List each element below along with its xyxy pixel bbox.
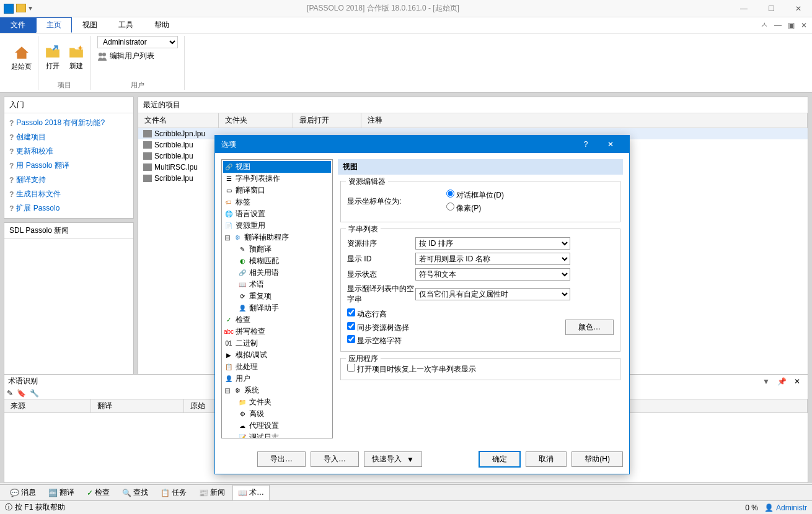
- intro-link[interactable]: ?Passolo 2018 有何新功能?: [7, 116, 131, 130]
- ok-button[interactable]: 确定: [479, 451, 521, 468]
- dynamic-row-checkbox[interactable]: 动态行高: [347, 310, 387, 318]
- dialog-close-button[interactable]: ✕: [598, 136, 623, 153]
- tree-trans-window[interactable]: ▭翻译窗口: [223, 185, 331, 196]
- tree-debug-log[interactable]: 📝调试日志: [223, 432, 331, 438]
- tree-related[interactable]: 🔗相关用语: [223, 267, 331, 279]
- term-col-source[interactable]: 来源: [4, 399, 91, 412]
- help-button[interactable]: 帮助(H): [571, 451, 623, 467]
- open-icon[interactable]: [16, 4, 26, 12]
- tree-trans-assist[interactable]: ⊟⚙翻译辅助程序: [223, 232, 331, 243]
- tree-trans-helper[interactable]: 👤翻译助手: [223, 302, 331, 314]
- intro-link[interactable]: ?扩展 Passolo: [7, 201, 131, 216]
- tree-system[interactable]: ⊟⚙系统: [223, 385, 331, 396]
- tree-fuzzy[interactable]: ◐模糊匹配: [223, 255, 331, 267]
- quick-import-button[interactable]: 快速导入▼: [364, 451, 422, 467]
- term-col-translation[interactable]: 翻译: [91, 399, 184, 412]
- radio-pixel[interactable]: 像素(P): [446, 203, 504, 214]
- intro-link[interactable]: ?更新和校准: [7, 144, 131, 159]
- menu-home[interactable]: 主页: [36, 17, 72, 33]
- intro-link[interactable]: ?创建项目: [7, 130, 131, 144]
- file-icon: [143, 152, 152, 160]
- close-panel-icon[interactable]: ✕: [794, 377, 800, 386]
- question-icon: ?: [9, 204, 14, 213]
- dropdown-icon[interactable]: ▾: [29, 4, 32, 14]
- close-doc-icon[interactable]: ✕: [801, 21, 807, 30]
- cancel-button[interactable]: 取消: [526, 451, 567, 467]
- close-button[interactable]: ✕: [785, 0, 812, 17]
- collapse-ribbon-icon[interactable]: ㅅ: [761, 20, 768, 30]
- new-button[interactable]: 新建: [68, 44, 84, 71]
- menu-help[interactable]: 帮助: [144, 17, 180, 33]
- dash-icon[interactable]: —: [774, 21, 782, 30]
- sync-tree-checkbox[interactable]: 同步资源树选择: [347, 322, 409, 333]
- restore-on-open-checkbox[interactable]: 打开项目时恢复上一次字串列表显示: [347, 365, 476, 373]
- tree-resource-reuse[interactable]: 📄资源重用: [223, 220, 331, 232]
- tree-spell[interactable]: abc拼写检查: [223, 326, 331, 338]
- col-filename[interactable]: 文件名: [138, 113, 219, 128]
- tab-tasks[interactable]: 📋任务: [156, 486, 192, 500]
- edit-user-list-button[interactable]: 编辑用户列表: [97, 51, 178, 61]
- dialog-title: 选项: [221, 139, 236, 150]
- resource-editor-legend: 资源编辑器: [346, 176, 388, 187]
- tab-translate[interactable]: 🔤翻译: [43, 486, 79, 500]
- show-state-select[interactable]: 符号和文本: [415, 268, 570, 281]
- tree-batch[interactable]: 📋批处理: [223, 361, 331, 373]
- folder-new-icon: [68, 44, 84, 60]
- sort-select[interactable]: 按 ID 排序: [415, 237, 570, 250]
- color-button[interactable]: 颜色…: [565, 320, 614, 335]
- tab-check[interactable]: ✓检查: [82, 486, 115, 500]
- app-legend: 应用程序: [346, 354, 381, 364]
- show-space-checkbox[interactable]: 显示空格字符: [347, 336, 402, 345]
- tree-proxy[interactable]: ☁代理设置: [223, 420, 331, 432]
- tree-user[interactable]: 👤用户: [223, 373, 331, 385]
- show-id-select[interactable]: 若可用则显示 ID 名称: [415, 253, 570, 265]
- import-button[interactable]: 导入…: [311, 451, 359, 467]
- tab-news[interactable]: 📰新闻: [194, 486, 230, 500]
- intro-link[interactable]: ?翻译支持: [7, 173, 131, 187]
- tree-check[interactable]: ✓检查: [223, 314, 331, 326]
- tab-find[interactable]: 🔍查找: [117, 486, 153, 500]
- pin-icon[interactable]: 📌: [777, 377, 787, 386]
- user-select[interactable]: Administrator: [97, 36, 178, 48]
- content-header: 视图: [338, 159, 623, 175]
- col-note[interactable]: 注释: [361, 113, 808, 128]
- show-empty-select[interactable]: 仅当它们具有自定义属性时: [415, 288, 570, 300]
- options-tree[interactable]: 🔗视图 ☰字串列表操作 ▭翻译窗口 🏷标签 🌐语言设置 📄资源重用 ⊟⚙翻译辅助…: [221, 159, 333, 438]
- tree-lang[interactable]: 🌐语言设置: [223, 208, 331, 220]
- tab-term[interactable]: 📖术…: [232, 485, 270, 500]
- wrench-icon[interactable]: 🔧: [30, 389, 39, 398]
- tab-messages[interactable]: 💬消息: [5, 486, 41, 500]
- tree-pretranslate[interactable]: ✎预翻译: [223, 243, 331, 255]
- help-icon: ⓘ: [5, 502, 12, 513]
- tree-advanced[interactable]: ⚙高级: [223, 408, 331, 420]
- col-folder[interactable]: 文件夹: [219, 113, 293, 128]
- open-button[interactable]: 打开: [45, 44, 61, 71]
- radio-dialog-unit[interactable]: 对话框单位(D): [446, 189, 504, 201]
- news-header: SDL Passolo 新闻: [4, 223, 133, 239]
- col-lastopen[interactable]: 最后打开: [293, 113, 361, 128]
- tag-icon[interactable]: 🔖: [17, 389, 26, 398]
- menu-tools[interactable]: 工具: [108, 17, 144, 33]
- tree-binary[interactable]: 01二进制: [223, 338, 331, 349]
- coord-unit-label: 显示坐标单位为:: [347, 196, 446, 207]
- pencil-icon[interactable]: ✎: [7, 389, 13, 398]
- tree-tags[interactable]: 🏷标签: [223, 196, 331, 208]
- tree-folders[interactable]: 📁文件夹: [223, 396, 331, 408]
- tree-terminology[interactable]: 📖术语: [223, 279, 331, 290]
- tree-simulate[interactable]: ▶模拟/调试: [223, 349, 331, 361]
- minimize-button[interactable]: —: [730, 0, 757, 17]
- tree-repeat[interactable]: ⟳重复项: [223, 290, 331, 302]
- intro-link[interactable]: ?生成目标文件: [7, 187, 131, 201]
- dialog-help-button[interactable]: ?: [573, 136, 598, 153]
- menu-view[interactable]: 视图: [72, 17, 108, 33]
- menu-file[interactable]: 文件: [0, 17, 36, 33]
- user-status-icon: 👤: [764, 503, 774, 512]
- export-button[interactable]: 导出…: [257, 451, 306, 467]
- start-page-button[interactable]: 起始页: [11, 45, 32, 71]
- tree-view[interactable]: 🔗视图: [223, 161, 331, 173]
- maximize-button[interactable]: ☐: [757, 0, 785, 17]
- dropdown-icon[interactable]: ▼: [762, 377, 770, 386]
- intro-link[interactable]: ?用 Passolo 翻译: [7, 159, 131, 173]
- tree-string-list[interactable]: ☰字串列表操作: [223, 173, 331, 185]
- restore-icon[interactable]: ▣: [788, 21, 795, 30]
